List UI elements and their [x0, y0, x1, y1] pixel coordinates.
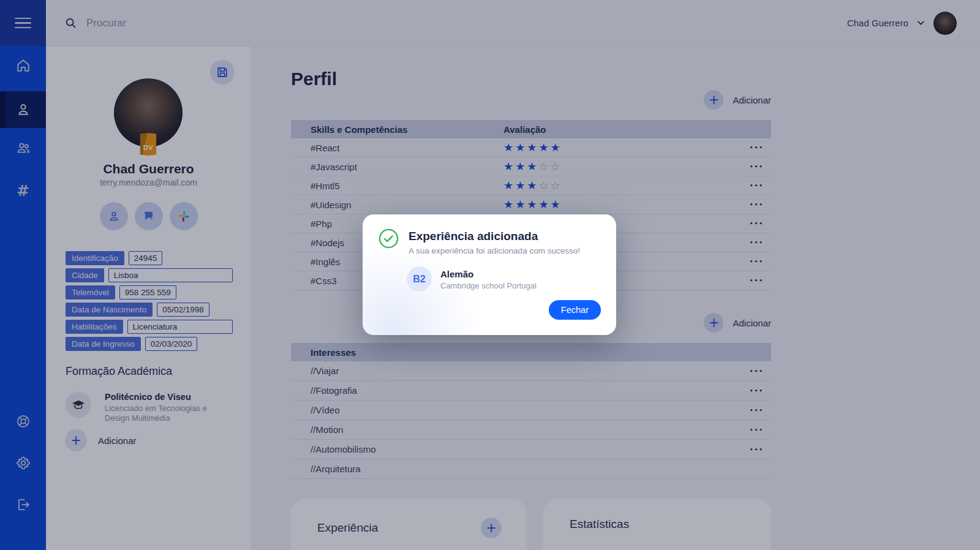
modal-title: Experiência adicionada	[409, 230, 538, 243]
modal-message: A sua experiência foi adicionada com suc…	[409, 246, 580, 255]
modal-item-title: Alemão	[440, 269, 473, 279]
level-badge: B2	[407, 266, 432, 292]
modal-item-subtitle: Cambridge school Portugal	[440, 281, 537, 290]
success-check-icon	[379, 228, 399, 249]
close-modal-button[interactable]: Fechar	[549, 300, 601, 320]
success-modal: Experiência adicionada A sua experiência…	[363, 214, 616, 335]
